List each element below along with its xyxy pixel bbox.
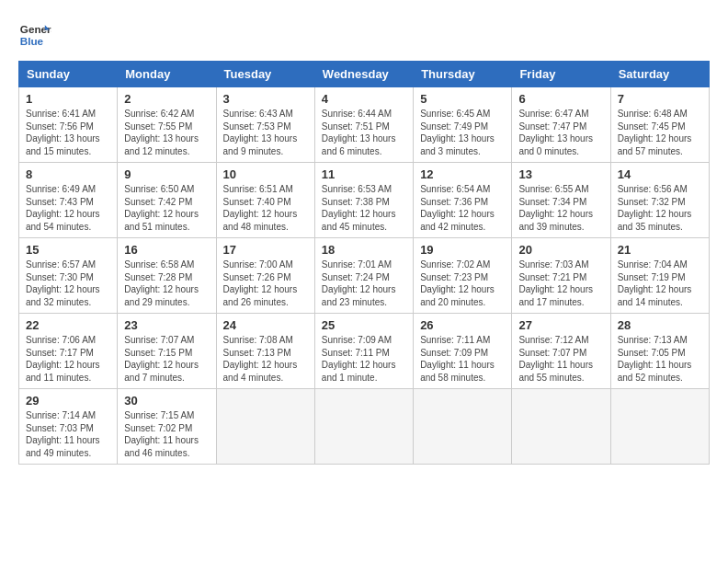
calendar-day: 21Sunrise: 7:04 AM Sunset: 7:19 PM Dayli… bbox=[610, 238, 709, 314]
day-number: 22 bbox=[26, 318, 110, 332]
calendar-day: 4Sunrise: 6:44 AM Sunset: 7:51 PM Daylig… bbox=[314, 87, 413, 163]
col-header-thursday: Thursday bbox=[414, 62, 512, 87]
day-number: 24 bbox=[223, 318, 308, 332]
col-header-sunday: Sunday bbox=[19, 62, 118, 87]
calendar-day: 14Sunrise: 6:56 AM Sunset: 7:32 PM Dayli… bbox=[610, 163, 709, 238]
calendar-week-5: 29Sunrise: 7:14 AM Sunset: 7:03 PM Dayli… bbox=[19, 389, 710, 465]
calendar-day: 22Sunrise: 7:06 AM Sunset: 7:17 PM Dayli… bbox=[19, 314, 118, 389]
calendar-day: 8Sunrise: 6:49 AM Sunset: 7:43 PM Daylig… bbox=[19, 163, 118, 238]
day-number: 5 bbox=[420, 92, 505, 106]
day-info: Sunrise: 7:07 AM Sunset: 7:15 PM Dayligh… bbox=[124, 334, 209, 384]
calendar-day: 7Sunrise: 6:48 AM Sunset: 7:45 PM Daylig… bbox=[610, 87, 709, 163]
svg-text:Blue: Blue bbox=[20, 35, 44, 47]
day-number: 13 bbox=[518, 167, 603, 181]
calendar-day: 15Sunrise: 6:57 AM Sunset: 7:30 PM Dayli… bbox=[19, 238, 118, 314]
day-number: 4 bbox=[322, 92, 406, 106]
calendar-day: 28Sunrise: 7:13 AM Sunset: 7:05 PM Dayli… bbox=[610, 314, 709, 389]
day-info: Sunrise: 6:44 AM Sunset: 7:51 PM Dayligh… bbox=[322, 108, 406, 157]
col-header-tuesday: Tuesday bbox=[216, 62, 314, 87]
day-info: Sunrise: 7:01 AM Sunset: 7:24 PM Dayligh… bbox=[322, 259, 406, 308]
day-info: Sunrise: 6:58 AM Sunset: 7:28 PM Dayligh… bbox=[124, 259, 209, 308]
day-number: 12 bbox=[420, 167, 505, 181]
calendar-day: 18Sunrise: 7:01 AM Sunset: 7:24 PM Dayli… bbox=[314, 238, 413, 314]
header-row: SundayMondayTuesdayWednesdayThursdayFrid… bbox=[19, 62, 710, 87]
day-info: Sunrise: 6:49 AM Sunset: 7:43 PM Dayligh… bbox=[26, 183, 110, 233]
day-info: Sunrise: 7:12 AM Sunset: 7:07 PM Dayligh… bbox=[518, 334, 603, 384]
calendar-day: 12Sunrise: 6:54 AM Sunset: 7:36 PM Dayli… bbox=[414, 163, 512, 238]
calendar-day: 20Sunrise: 7:03 AM Sunset: 7:21 PM Dayli… bbox=[512, 238, 610, 314]
day-info: Sunrise: 6:57 AM Sunset: 7:30 PM Dayligh… bbox=[26, 259, 110, 308]
day-number: 28 bbox=[618, 318, 702, 332]
day-info: Sunrise: 7:02 AM Sunset: 7:23 PM Dayligh… bbox=[420, 259, 505, 308]
calendar-day: 11Sunrise: 6:53 AM Sunset: 7:38 PM Dayli… bbox=[314, 163, 413, 238]
day-number: 8 bbox=[26, 167, 110, 181]
day-number: 15 bbox=[26, 243, 110, 257]
day-number: 25 bbox=[322, 318, 406, 332]
day-number: 23 bbox=[124, 318, 209, 332]
day-number: 17 bbox=[223, 243, 308, 257]
col-header-saturday: Saturday bbox=[610, 62, 709, 87]
day-info: Sunrise: 7:14 AM Sunset: 7:03 PM Dayligh… bbox=[26, 409, 110, 459]
calendar-day: 9Sunrise: 6:50 AM Sunset: 7:42 PM Daylig… bbox=[118, 163, 216, 238]
calendar-day: 19Sunrise: 7:02 AM Sunset: 7:23 PM Dayli… bbox=[414, 238, 512, 314]
calendar-week-3: 15Sunrise: 6:57 AM Sunset: 7:30 PM Dayli… bbox=[19, 238, 710, 314]
calendar-week-2: 8Sunrise: 6:49 AM Sunset: 7:43 PM Daylig… bbox=[19, 163, 710, 238]
day-info: Sunrise: 6:42 AM Sunset: 7:55 PM Dayligh… bbox=[124, 108, 209, 157]
day-info: Sunrise: 6:48 AM Sunset: 7:45 PM Dayligh… bbox=[618, 108, 702, 157]
calendar-day bbox=[512, 389, 610, 465]
calendar-day: 17Sunrise: 7:00 AM Sunset: 7:26 PM Dayli… bbox=[216, 238, 314, 314]
day-number: 29 bbox=[26, 394, 110, 408]
day-info: Sunrise: 6:51 AM Sunset: 7:40 PM Dayligh… bbox=[223, 183, 308, 233]
day-number: 14 bbox=[618, 167, 702, 181]
calendar-day bbox=[610, 389, 709, 465]
day-info: Sunrise: 7:03 AM Sunset: 7:21 PM Dayligh… bbox=[518, 259, 603, 308]
day-number: 7 bbox=[618, 92, 702, 106]
day-number: 1 bbox=[26, 92, 110, 106]
calendar-day: 2Sunrise: 6:42 AM Sunset: 7:55 PM Daylig… bbox=[118, 87, 216, 163]
day-info: Sunrise: 7:04 AM Sunset: 7:19 PM Dayligh… bbox=[618, 259, 702, 308]
day-info: Sunrise: 6:41 AM Sunset: 7:56 PM Dayligh… bbox=[26, 108, 110, 157]
col-header-friday: Friday bbox=[512, 62, 610, 87]
day-info: Sunrise: 6:55 AM Sunset: 7:34 PM Dayligh… bbox=[518, 183, 603, 233]
calendar-week-1: 1Sunrise: 6:41 AM Sunset: 7:56 PM Daylig… bbox=[19, 87, 710, 163]
day-info: Sunrise: 6:45 AM Sunset: 7:49 PM Dayligh… bbox=[420, 108, 505, 157]
day-number: 6 bbox=[518, 92, 603, 106]
day-info: Sunrise: 6:53 AM Sunset: 7:38 PM Dayligh… bbox=[322, 183, 406, 233]
day-info: Sunrise: 7:11 AM Sunset: 7:09 PM Dayligh… bbox=[420, 334, 505, 384]
day-info: Sunrise: 6:54 AM Sunset: 7:36 PM Dayligh… bbox=[420, 183, 505, 233]
day-number: 30 bbox=[124, 394, 209, 408]
calendar-day: 29Sunrise: 7:14 AM Sunset: 7:03 PM Dayli… bbox=[19, 389, 118, 465]
calendar-day: 27Sunrise: 7:12 AM Sunset: 7:07 PM Dayli… bbox=[512, 314, 610, 389]
day-info: Sunrise: 6:50 AM Sunset: 7:42 PM Dayligh… bbox=[124, 183, 209, 233]
calendar-day: 5Sunrise: 6:45 AM Sunset: 7:49 PM Daylig… bbox=[414, 87, 512, 163]
day-number: 18 bbox=[322, 243, 406, 257]
calendar-day: 3Sunrise: 6:43 AM Sunset: 7:53 PM Daylig… bbox=[216, 87, 314, 163]
day-info: Sunrise: 7:13 AM Sunset: 7:05 PM Dayligh… bbox=[618, 334, 702, 384]
day-info: Sunrise: 7:08 AM Sunset: 7:13 PM Dayligh… bbox=[223, 334, 308, 384]
day-number: 10 bbox=[223, 167, 308, 181]
calendar-day bbox=[414, 389, 512, 465]
day-number: 9 bbox=[124, 167, 209, 181]
day-number: 19 bbox=[420, 243, 505, 257]
calendar-day: 26Sunrise: 7:11 AM Sunset: 7:09 PM Dayli… bbox=[414, 314, 512, 389]
day-info: Sunrise: 7:00 AM Sunset: 7:26 PM Dayligh… bbox=[223, 259, 308, 308]
day-info: Sunrise: 7:15 AM Sunset: 7:02 PM Dayligh… bbox=[124, 409, 209, 459]
day-number: 2 bbox=[124, 92, 209, 106]
calendar-day: 24Sunrise: 7:08 AM Sunset: 7:13 PM Dayli… bbox=[216, 314, 314, 389]
col-header-monday: Monday bbox=[118, 62, 216, 87]
logo: General Blue bbox=[18, 18, 51, 52]
general-blue-icon: General Blue bbox=[18, 18, 51, 52]
page-header: General Blue bbox=[18, 18, 710, 52]
day-number: 27 bbox=[518, 318, 603, 332]
calendar-day: 25Sunrise: 7:09 AM Sunset: 7:11 PM Dayli… bbox=[314, 314, 413, 389]
day-info: Sunrise: 7:06 AM Sunset: 7:17 PM Dayligh… bbox=[26, 334, 110, 384]
calendar-day: 6Sunrise: 6:47 AM Sunset: 7:47 PM Daylig… bbox=[512, 87, 610, 163]
day-number: 21 bbox=[618, 243, 702, 257]
calendar-day: 13Sunrise: 6:55 AM Sunset: 7:34 PM Dayli… bbox=[512, 163, 610, 238]
day-info: Sunrise: 7:09 AM Sunset: 7:11 PM Dayligh… bbox=[322, 334, 406, 384]
calendar-day: 16Sunrise: 6:58 AM Sunset: 7:28 PM Dayli… bbox=[118, 238, 216, 314]
calendar-week-4: 22Sunrise: 7:06 AM Sunset: 7:17 PM Dayli… bbox=[19, 314, 710, 389]
day-info: Sunrise: 6:43 AM Sunset: 7:53 PM Dayligh… bbox=[223, 108, 308, 157]
calendar-day bbox=[314, 389, 413, 465]
day-number: 16 bbox=[124, 243, 209, 257]
